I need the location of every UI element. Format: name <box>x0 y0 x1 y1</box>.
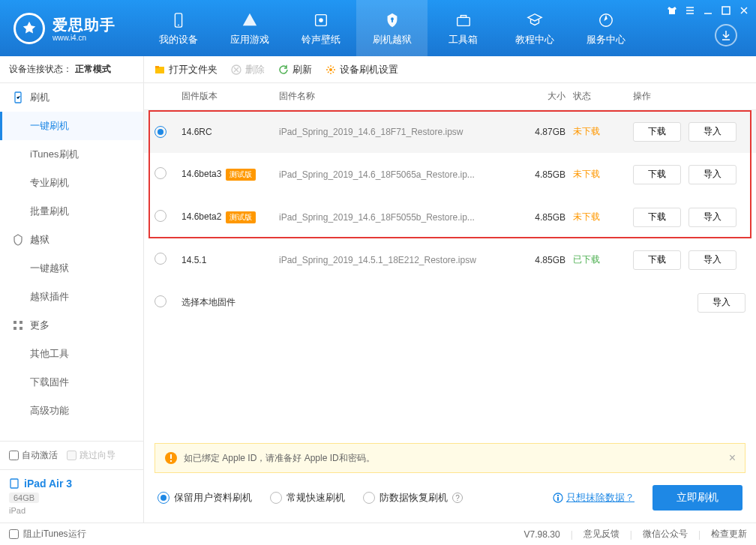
toolbar: 打开文件夹 删除 刷新 设备刷机设置 <box>144 56 756 83</box>
nav-flash-jailbreak[interactable]: 刷机越狱 <box>356 0 428 56</box>
refresh-button[interactable]: 刷新 <box>278 63 312 76</box>
svg-rect-9 <box>722 7 730 14</box>
svg-rect-13 <box>14 327 16 330</box>
warning-icon <box>164 451 178 465</box>
firmware-row[interactable]: 14.5.1 iPad_Spring_2019_14.5.1_18E212_Re… <box>144 238 756 281</box>
nav-tabs: 我的设备 应用游戏 铃声壁纸 刷机越狱 工具箱 教程中心 服务中心 <box>142 0 756 56</box>
tablet-icon <box>9 478 20 489</box>
delete-button[interactable]: 删除 <box>231 63 265 76</box>
radio-select[interactable] <box>154 253 166 265</box>
sidebar-item-oneclick-jb[interactable]: 一键越狱 <box>0 254 143 283</box>
feedback-link[interactable]: 意见反馈 <box>584 528 620 541</box>
nav-tutorials[interactable]: 教程中心 <box>499 0 570 56</box>
window-controls <box>666 4 750 16</box>
nav-ringtones[interactable]: 铃声壁纸 <box>285 0 356 56</box>
flash-now-button[interactable]: 立即刷机 <box>652 485 742 511</box>
device-info: iPad Air 3 64GB iPad <box>0 469 143 523</box>
svg-rect-24 <box>557 495 559 496</box>
logo-icon <box>14 13 45 44</box>
sidebar-item-other-tools[interactable]: 其他工具 <box>0 340 143 368</box>
download-manager-icon[interactable] <box>715 24 737 46</box>
firmware-row[interactable]: 14.6RC iPad_Spring_2019_14.6_18F71_Resto… <box>144 110 756 153</box>
import-button[interactable]: 导入 <box>698 293 746 313</box>
firmware-row[interactable]: 14.6beta2测试版 iPad_Spring_2019_14.6_18F50… <box>144 196 756 238</box>
sidebar-item-oneclick-flash[interactable]: 一键刷机 <box>0 112 143 140</box>
radio-select[interactable] <box>154 210 166 222</box>
radio-select[interactable] <box>154 295 166 307</box>
svg-rect-21 <box>170 454 172 459</box>
minimize-icon[interactable] <box>702 4 714 16</box>
download-button[interactable]: 下载 <box>633 208 681 227</box>
svg-rect-5 <box>392 19 393 22</box>
sidebar-item-itunes-flash[interactable]: iTunes刷机 <box>0 140 143 169</box>
logo-area: 爱思助手 www.i4.cn <box>0 0 142 56</box>
opt-anti-recovery[interactable]: 防数据恢复刷机? <box>363 491 463 505</box>
close-icon[interactable] <box>738 4 750 16</box>
connection-status: 设备连接状态： 正常模式 <box>0 56 143 83</box>
download-button[interactable]: 下载 <box>633 250 681 270</box>
radio-select[interactable] <box>154 126 166 138</box>
erase-data-link[interactable]: 只想抹除数据？ <box>553 491 634 505</box>
apple-id-notice: 如已绑定 Apple ID，请准备好 Apple ID和密码。 × <box>154 443 746 473</box>
opt-keep-data[interactable]: 保留用户资料刷机 <box>158 491 252 505</box>
nav-toolbox[interactable]: 工具箱 <box>428 0 499 56</box>
firmware-list: 14.6RC iPad_Spring_2019_14.6_18F71_Resto… <box>144 110 756 324</box>
skin-icon[interactable] <box>666 4 678 16</box>
firmware-row[interactable]: 14.6beta3测试版 iPad_Spring_2019_14.6_18F50… <box>144 153 756 196</box>
sidebar-group-flash[interactable]: 刷机 <box>0 83 143 112</box>
opt-normal[interactable]: 常规快速刷机 <box>270 491 345 505</box>
svg-point-1 <box>178 24 179 25</box>
import-button[interactable]: 导入 <box>688 208 736 227</box>
svg-rect-15 <box>10 479 18 488</box>
table-header: 固件版本 固件名称 大小 状态 操作 <box>144 83 756 110</box>
sidebar-item-advanced[interactable]: 高级功能 <box>0 397 143 425</box>
flash-options: 保留用户资料刷机 常规快速刷机 防数据恢复刷机? 只想抹除数据？ 立即刷机 <box>144 473 756 523</box>
nav-apps[interactable]: 应用游戏 <box>214 0 285 56</box>
local-firmware-row[interactable]: 选择本地固件 导入 <box>144 281 756 324</box>
sidebar-item-pro-flash[interactable]: 专业刷机 <box>0 169 143 197</box>
svg-rect-22 <box>170 460 172 462</box>
download-button[interactable]: 下载 <box>633 122 681 142</box>
svg-rect-6 <box>457 17 470 25</box>
footer: 阻止iTunes运行 V7.98.30| 意见反馈| 微信公众号| 检查更新 <box>0 523 756 545</box>
help-icon[interactable]: ? <box>452 493 463 503</box>
nav-my-device[interactable]: 我的设备 <box>142 0 214 56</box>
svg-rect-17 <box>155 66 159 68</box>
app-url: www.i4.cn <box>52 34 116 42</box>
sidebar-group-more[interactable]: 更多 <box>0 311 143 340</box>
content-area: 打开文件夹 删除 刷新 设备刷机设置 固件版本 固件名称 大小 状态 操作 14… <box>144 56 756 523</box>
import-button[interactable]: 导入 <box>688 122 736 142</box>
app-name: 爱思助手 <box>52 15 116 35</box>
skip-guide-checkbox[interactable]: 跳过向导 <box>67 449 116 462</box>
svg-rect-25 <box>557 497 559 501</box>
svg-rect-11 <box>14 321 16 324</box>
device-settings-button[interactable]: 设备刷机设置 <box>326 63 398 76</box>
svg-point-19 <box>329 68 332 71</box>
radio-select[interactable] <box>154 167 166 179</box>
wechat-link[interactable]: 微信公众号 <box>643 528 688 541</box>
sidebar-item-download-fw[interactable]: 下载固件 <box>0 368 143 397</box>
svg-rect-7 <box>460 15 466 17</box>
auto-activate-checkbox[interactable]: 自动激活 <box>9 449 58 462</box>
svg-rect-12 <box>20 321 22 324</box>
import-button[interactable]: 导入 <box>688 250 736 270</box>
close-notice-icon[interactable]: × <box>729 451 736 465</box>
import-button[interactable]: 导入 <box>688 165 736 184</box>
sidebar-group-jailbreak[interactable]: 越狱 <box>0 226 143 254</box>
sidebar-item-jb-plugins[interactable]: 越狱插件 <box>0 283 143 311</box>
svg-point-3 <box>319 18 323 22</box>
svg-rect-14 <box>20 327 22 330</box>
open-folder-button[interactable]: 打开文件夹 <box>154 63 218 76</box>
version-label: V7.98.30 <box>524 529 560 540</box>
app-header: 爱思助手 www.i4.cn 我的设备 应用游戏 铃声壁纸 刷机越狱 工具箱 教… <box>0 0 756 56</box>
sidebar-item-batch-flash[interactable]: 批量刷机 <box>0 197 143 226</box>
check-update-link[interactable]: 检查更新 <box>711 528 747 541</box>
maximize-icon[interactable] <box>720 4 732 16</box>
menu-icon[interactable] <box>684 4 696 16</box>
download-button[interactable]: 下载 <box>633 165 681 184</box>
nav-service[interactable]: 服务中心 <box>570 0 641 56</box>
stop-itunes-checkbox[interactable]: 阻止iTunes运行 <box>9 528 86 541</box>
sidebar: 设备连接状态： 正常模式 刷机 一键刷机 iTunes刷机 专业刷机 批量刷机 … <box>0 56 144 523</box>
